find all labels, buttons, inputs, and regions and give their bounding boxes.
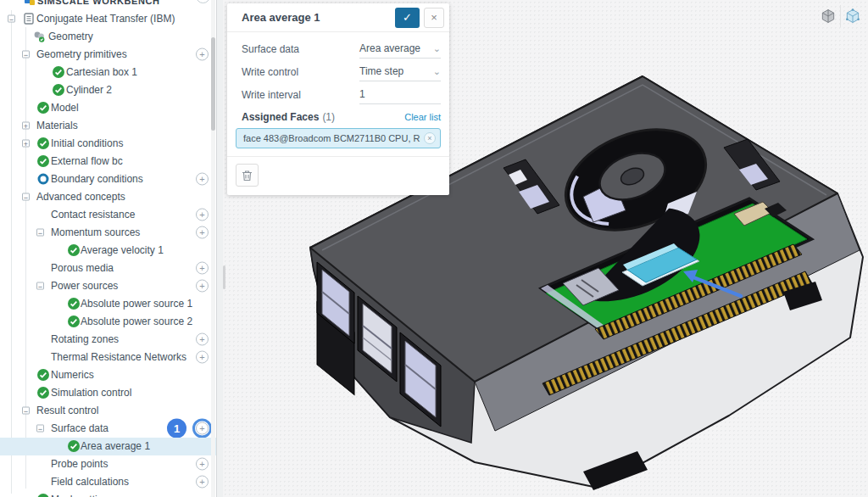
tree-row-absolute-power-source-2[interactable]: Absolute power source 2: [0, 313, 216, 331]
tree-row-simulation-control[interactable]: Simulation control: [0, 384, 216, 402]
project-icon: [24, 0, 36, 7]
tree-row-conjugate-heat-transfer-ibm[interactable]: −Conjugate Heat Transfer (IBM): [0, 10, 216, 28]
remove-face-icon[interactable]: ×: [424, 132, 436, 144]
area-average-settings-panel: Area average 1 ✓ × Surface data Area ave…: [227, 3, 449, 195]
status-check-icon: [37, 369, 49, 381]
collapse-icon[interactable]: −: [22, 51, 30, 59]
delete-button[interactable]: [236, 164, 259, 187]
tree-item-label: Model: [51, 102, 79, 114]
write-interval-input[interactable]: 1: [359, 85, 441, 104]
apply-button[interactable]: ✓: [395, 8, 420, 28]
tree-row-contact-resistance[interactable]: Contact resistance+: [0, 206, 216, 224]
tree-row-simscale-workbench[interactable]: SIMSCALE WORKBENCH: [0, 0, 216, 10]
view-cube-icon[interactable]: [840, 5, 865, 27]
collapse-icon[interactable]: −: [36, 229, 44, 237]
tree-row-boundary-conditions[interactable]: Boundary conditions+: [0, 170, 216, 188]
collapse-icon[interactable]: −: [36, 282, 44, 290]
tree-item-label: Power sources: [51, 280, 118, 292]
assigned-face-chip: face 483@Broadcom BCM2711B0 CPU, RPI4M..…: [236, 128, 441, 148]
viewport-scroll-handle[interactable]: [223, 265, 225, 289]
tree-item-label: Rotating zones: [51, 333, 119, 345]
tree-item-label: Probe points: [51, 458, 108, 470]
status-check-icon: [53, 66, 64, 78]
add-button[interactable]: +: [196, 209, 209, 221]
tree-row-result-control[interactable]: −Result control: [0, 402, 216, 420]
tree-item-label: Result control: [36, 405, 98, 416]
assigned-faces-label: Assigned Faces: [242, 111, 319, 123]
panel-title: Area average 1: [242, 11, 395, 24]
tree-row-materials[interactable]: +Materials: [0, 117, 216, 135]
close-button[interactable]: ×: [424, 8, 444, 28]
tree-row-initial-conditions[interactable]: +Initial conditions: [0, 135, 216, 153]
tree-item-label: Surface data: [51, 422, 108, 434]
tree-row-porous-media[interactable]: Porous media+: [0, 260, 216, 277]
add-button[interactable]: +: [196, 333, 209, 346]
tree-row-mesh-settings[interactable]: Mesh settings: [0, 491, 216, 497]
tree-item-label: External flow bc: [51, 155, 123, 167]
add-button[interactable]: +: [196, 476, 209, 489]
add-button[interactable]: +: [196, 458, 209, 471]
tree-row-field-calculations[interactable]: Field calculations+: [0, 473, 216, 491]
status-check-icon: [53, 84, 64, 96]
expand-icon[interactable]: +: [22, 122, 30, 130]
annotation-badge-1: 1: [167, 419, 186, 438]
tree-row-area-average-1[interactable]: Area average 1: [0, 438, 216, 455]
expand-icon[interactable]: +: [22, 140, 30, 148]
chevron-down-icon: ⌄: [433, 43, 441, 54]
tree-row-surface-data[interactable]: −Surface data1+: [0, 420, 216, 438]
perspective-cube-icon[interactable]: [816, 5, 840, 27]
tree-row-cartesian-box-1[interactable]: Cartesian box 1: [0, 64, 216, 81]
add-button[interactable]: +: [196, 226, 209, 239]
status-check-icon: [37, 155, 49, 167]
panel-header: Area average 1 ✓ ×: [227, 3, 449, 32]
status-check-icon: [68, 440, 80, 452]
tree-row-geometry[interactable]: Geometry: [0, 28, 216, 46]
tree-item-label: Geometry primitives: [36, 48, 127, 60]
field-label: Write interval: [242, 89, 359, 101]
add-button[interactable]: +: [196, 351, 209, 364]
chevron-down-icon: ⌄: [433, 66, 441, 77]
tree-scrollbar-handle[interactable]: [211, 37, 215, 131]
tree-item-label: Materials: [36, 120, 78, 131]
tree-row-probe-points[interactable]: Probe points+: [0, 455, 216, 473]
tree-row-cylinder-2[interactable]: Cylinder 2: [0, 81, 216, 99]
tree-row-advanced-concepts[interactable]: −Advanced concepts: [0, 188, 216, 206]
tree-item-label: Momentum sources: [51, 226, 140, 238]
add-button[interactable]: +: [196, 262, 209, 275]
collapse-icon[interactable]: −: [22, 407, 30, 415]
simulation-tree-sidebar: SIMSCALE WORKBENCH−Conjugate Heat Transf…: [0, 0, 217, 497]
tree-row-geometry-primitives[interactable]: −Geometry primitives+: [0, 46, 216, 64]
tree-row-numerics[interactable]: Numerics: [0, 366, 216, 384]
tree-row-average-velocity-1[interactable]: Average velocity 1: [0, 242, 216, 260]
add-button[interactable]: +: [196, 280, 209, 293]
tree-item-label: Initial conditions: [51, 137, 123, 149]
write-control-dropdown[interactable]: Time step ⌄: [359, 62, 441, 81]
tree-row-power-sources[interactable]: −Power sources+: [0, 277, 216, 295]
surface-data-dropdown[interactable]: Area average ⌄: [359, 39, 441, 59]
add-button[interactable]: +: [196, 422, 209, 435]
tree-item-label: Average velocity 1: [81, 244, 164, 256]
viewport-toolbar: [816, 5, 865, 27]
collapse-icon[interactable]: −: [36, 425, 44, 433]
assigned-face-name: face 483@Broadcom BCM2711B0 CPU, RPI4M..…: [243, 133, 420, 143]
tree-item-label: Numerics: [51, 369, 94, 381]
tree-row-rotating-zones[interactable]: Rotating zones+: [0, 331, 216, 349]
tree-item-label: Simulation control: [51, 387, 131, 399]
status-check-icon: [68, 298, 80, 310]
add-button[interactable]: +: [196, 173, 209, 186]
trash-icon: [242, 170, 253, 181]
tree-row-absolute-power-source-1[interactable]: Absolute power source 1: [0, 295, 216, 313]
tree-row-external-flow-bc[interactable]: External flow bc: [0, 153, 216, 170]
clear-list-link[interactable]: Clear list: [404, 112, 441, 122]
status-check-icon: [37, 494, 49, 497]
tree-root-action-icon[interactable]: [196, 0, 210, 3]
tree-row-model[interactable]: Model: [0, 99, 216, 117]
add-button[interactable]: +: [196, 48, 209, 61]
status-check-icon: [68, 244, 80, 256]
tree-item-label: Cylinder 2: [66, 84, 112, 96]
collapse-icon[interactable]: −: [8, 15, 15, 23]
tree-item-label: Mesh settings: [51, 494, 114, 497]
collapse-icon[interactable]: −: [22, 193, 30, 201]
tree-row-thermal-resistance-networks[interactable]: Thermal Resistance Networks+: [0, 349, 216, 366]
tree-row-momentum-sources[interactable]: −Momentum sources+: [0, 224, 216, 242]
